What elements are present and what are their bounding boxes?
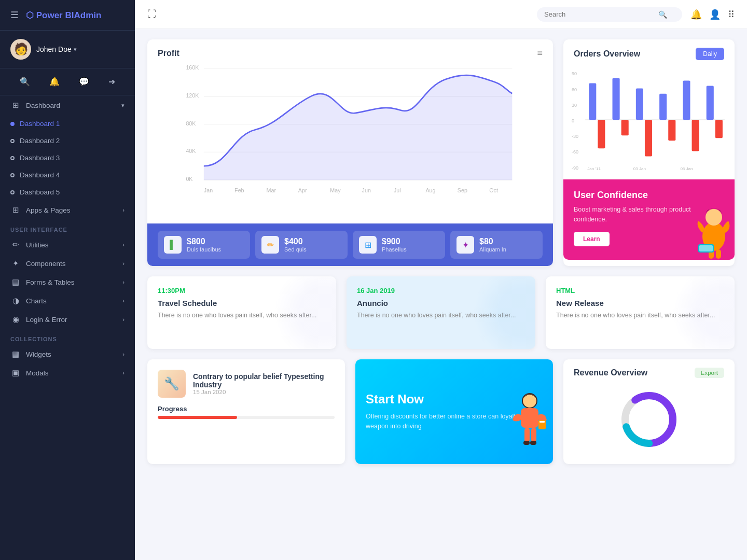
confidence-banner: User Confidence Boost marketing & sales … bbox=[563, 179, 735, 260]
sidebar-item-dashboard1[interactable]: Dashboard 1 bbox=[0, 115, 135, 132]
svg-text:Aug: Aug bbox=[425, 187, 435, 193]
sidebar-dashboard-parent[interactable]: ⊞ Dashboard ▾ bbox=[0, 95, 135, 115]
search-bar[interactable]: 🔍 bbox=[537, 7, 682, 22]
stat-icon-3: ✦ bbox=[457, 236, 474, 254]
logout-icon[interactable]: ➜ bbox=[106, 75, 117, 89]
sidebar-item-forms-tables[interactable]: ▤ Forms & Tables › bbox=[0, 273, 135, 291]
sidebar-dashboard-label: Dashboard bbox=[26, 102, 60, 109]
svg-text:90: 90 bbox=[572, 71, 577, 76]
svg-rect-34 bbox=[716, 249, 721, 259]
sidebar-item-components[interactable]: ✦ Components › bbox=[0, 254, 135, 273]
card-bg-decoration bbox=[274, 276, 336, 349]
svg-text:160K: 160K bbox=[186, 64, 199, 71]
card-bg-decoration2 bbox=[473, 276, 535, 349]
utilities-arrow: › bbox=[122, 242, 125, 248]
bar-blue-3 bbox=[636, 89, 643, 120]
stat-label-0: Duis faucibus bbox=[187, 246, 221, 253]
bar-red-6 bbox=[715, 120, 723, 138]
username: Johen Doe bbox=[36, 45, 72, 53]
stat-value-2: $900 bbox=[382, 237, 407, 246]
svg-text:Sep: Sep bbox=[458, 187, 467, 193]
daily-button[interactable]: Daily bbox=[696, 48, 724, 60]
svg-rect-42 bbox=[523, 441, 530, 445]
topbar: ⛶ 🔍 🔔 👤 ⠿ bbox=[135, 0, 747, 29]
card-bg-decoration3 bbox=[672, 276, 735, 349]
sidebar-item-dashboard3[interactable]: Dashboard 3 bbox=[0, 149, 135, 166]
revenue-header: Revenue Overview Export bbox=[574, 368, 724, 378]
forms-tables-arrow: › bbox=[122, 279, 125, 285]
topbar-user-icon[interactable]: 👤 bbox=[709, 9, 721, 20]
expand-icon[interactable]: ⛶ bbox=[147, 9, 157, 20]
stat-value-0: $800 bbox=[187, 237, 221, 246]
sidebar-label-dashboard2: Dashboard 2 bbox=[20, 137, 60, 145]
topbar-apps-icon[interactable]: ⠿ bbox=[728, 9, 735, 20]
bar-red-1 bbox=[598, 120, 605, 148]
bar-blue-6 bbox=[707, 86, 714, 120]
orders-chart-svg: 90 60 30 0 -30 -60 -90 bbox=[571, 65, 727, 174]
profit-area bbox=[204, 75, 512, 180]
confidence-illustration bbox=[683, 198, 735, 260]
utilities-icon: ✏ bbox=[10, 240, 21, 249]
svg-text:Apr: Apr bbox=[298, 187, 307, 193]
sidebar-label-dashboard5: Dashboard 5 bbox=[20, 188, 60, 196]
blog-image: 🔧 bbox=[158, 370, 186, 398]
user-profile[interactable]: 🧑 Johen Doe ▾ bbox=[0, 31, 135, 68]
widgets-icon: ▦ bbox=[10, 349, 21, 359]
apps-pages-arrow: › bbox=[122, 207, 125, 213]
svg-text:40K: 40K bbox=[186, 148, 196, 154]
user-dropdown-arrow: ▾ bbox=[74, 46, 77, 53]
learn-button[interactable]: Learn bbox=[574, 232, 610, 246]
components-icon: ✦ bbox=[10, 259, 21, 268]
second-bottom-row: 🔧 Contrary to popular belief Typesetting… bbox=[147, 359, 735, 464]
revenue-card: Revenue Overview Export bbox=[563, 359, 735, 464]
stat-item-3: ✦ $80 Aliquam In bbox=[450, 231, 543, 259]
sidebar: ☰ ⬡ Power BIAdmin 🧑 Johen Doe ▾ 🔍 🔔 💬 ➜ … bbox=[0, 0, 135, 560]
sidebar-label-dashboard3: Dashboard 3 bbox=[20, 154, 60, 162]
search-icon[interactable]: 🔍 bbox=[18, 75, 32, 89]
blog-title: Contrary to popular belief Typesetting I… bbox=[193, 372, 335, 389]
section-label-ui: USER INTERFACE bbox=[0, 219, 135, 235]
sidebar-item-login-error[interactable]: ◉ Login & Error › bbox=[0, 310, 135, 329]
start-now-svg bbox=[501, 386, 553, 464]
profit-card-header: Profit ≡ bbox=[147, 39, 553, 63]
stat-label-3: Aliquam In bbox=[479, 246, 506, 253]
start-now-card: Start Now Offering discounts for better … bbox=[355, 359, 553, 464]
search-input[interactable] bbox=[544, 10, 658, 18]
modals-icon: ▣ bbox=[10, 368, 21, 377]
sidebar-item-modals[interactable]: ▣ Modals › bbox=[0, 363, 135, 382]
sidebar-item-charts[interactable]: ◑ Charts › bbox=[0, 291, 135, 310]
svg-text:120K: 120K bbox=[186, 92, 199, 99]
sidebar-item-dashboard4[interactable]: Dashboard 4 bbox=[0, 166, 135, 184]
export-button[interactable]: Export bbox=[695, 368, 724, 378]
profit-menu-icon[interactable]: ≡ bbox=[537, 48, 543, 59]
svg-rect-36 bbox=[699, 245, 713, 251]
svg-text:Jan '11: Jan '11 bbox=[587, 166, 601, 171]
search-icon: 🔍 bbox=[658, 10, 667, 19]
chat-icon[interactable]: 💬 bbox=[77, 75, 91, 89]
revenue-title: Revenue Overview bbox=[574, 368, 647, 377]
svg-text:05 Jan: 05 Jan bbox=[680, 166, 693, 171]
stat-label-1: Sed quis bbox=[284, 246, 307, 253]
hamburger-icon[interactable]: ☰ bbox=[10, 9, 19, 21]
sidebar-item-dashboard5[interactable]: Dashboard 5 bbox=[0, 184, 135, 201]
sidebar-item-dashboard2[interactable]: Dashboard 2 bbox=[0, 132, 135, 149]
charts-icon: ◑ bbox=[10, 296, 21, 305]
anuncio-card: 16 Jan 2019 Anuncio There is no one who … bbox=[347, 276, 535, 349]
donut-svg bbox=[618, 388, 680, 451]
sidebar-item-apps-pages[interactable]: ⊞ Apps & Pages › bbox=[0, 201, 135, 219]
topbar-bell-icon[interactable]: 🔔 bbox=[690, 9, 702, 20]
stat-icon-1: ✏ bbox=[261, 236, 279, 254]
components-arrow: › bbox=[122, 260, 125, 267]
svg-text:80K: 80K bbox=[186, 120, 196, 127]
bottom-cards-row: 11:30PM Travel Schedule There is no one … bbox=[147, 276, 735, 349]
sidebar-item-widgets[interactable]: ▦ Widgets › bbox=[0, 345, 135, 363]
svg-text:Feb: Feb bbox=[234, 187, 244, 193]
orders-card: Orders Overview Daily 90 60 30 0 -30 -60… bbox=[563, 39, 735, 266]
bell-icon[interactable]: 🔔 bbox=[47, 75, 62, 89]
charts-arrow: › bbox=[122, 298, 125, 304]
sidebar-item-utilities[interactable]: ✏ Utilities › bbox=[0, 235, 135, 254]
profit-chart: 160K 120K 80K 40K 0K Jan Feb bbox=[147, 63, 553, 223]
bar-red-4 bbox=[668, 120, 675, 141]
dot-dashboard3 bbox=[10, 156, 15, 160]
svg-text:60: 60 bbox=[572, 87, 577, 92]
